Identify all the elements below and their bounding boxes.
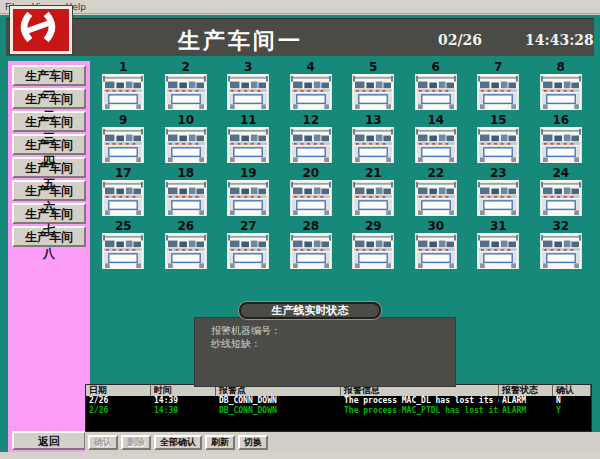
machine-cell-17[interactable]: 17 xyxy=(92,167,155,220)
machine-cell-7[interactable]: 7 xyxy=(467,61,530,114)
toolbar-button[interactable]: 切换 xyxy=(238,435,268,450)
machine-number: 29 xyxy=(365,220,382,233)
machine-icon xyxy=(165,74,207,110)
machine-icon xyxy=(352,74,394,110)
sidebar-item-workshop-3[interactable]: 生产车间三 xyxy=(12,111,86,132)
machine-cell-30[interactable]: 30 xyxy=(405,220,468,273)
machine-number: 10 xyxy=(177,114,194,127)
machine-cell-18[interactable]: 18 xyxy=(155,167,218,220)
machine-icon xyxy=(477,127,519,163)
machine-number: 14 xyxy=(427,114,444,127)
machine-cell-10[interactable]: 10 xyxy=(155,114,218,167)
machine-number: 16 xyxy=(552,114,569,127)
machine-cell-26[interactable]: 26 xyxy=(155,220,218,273)
machine-cell-22[interactable]: 22 xyxy=(405,167,468,220)
machine-icon xyxy=(540,74,582,110)
toolbar-button[interactable]: 全部确认 xyxy=(154,435,202,450)
alarm-row[interactable]: 2/2614:39DB_CONN_DOWNThe process MAC_PTD… xyxy=(86,406,591,416)
status-panel: 报警机器编号：纱线短缺： xyxy=(194,317,456,387)
machine-number: 4 xyxy=(307,61,315,74)
alarm-toolbar: 确认删除全部确认刷新切换 xyxy=(85,432,600,452)
machine-cell-14[interactable]: 14 xyxy=(405,114,468,167)
machine-grid: 1 2 xyxy=(92,61,592,273)
app-window: FileViewHelp 生产车间一 02/26 14:43:28 生产车间一生… xyxy=(0,0,600,459)
machine-icon xyxy=(102,74,144,110)
toolbar-button[interactable]: 刷新 xyxy=(205,435,235,450)
window-bottom-edge xyxy=(0,452,600,459)
machine-icon xyxy=(102,180,144,216)
machine-icon xyxy=(227,233,269,269)
machine-number: 18 xyxy=(177,167,194,180)
sidebar-item-workshop-5[interactable]: 生产车间五 xyxy=(12,157,86,178)
machine-cell-4[interactable]: 4 xyxy=(280,61,343,114)
sidebar-item-workshop-6[interactable]: 生产车间六 xyxy=(12,180,86,201)
machine-icon xyxy=(540,233,582,269)
machine-cell-20[interactable]: 20 xyxy=(280,167,343,220)
machine-icon xyxy=(102,233,144,269)
sidebar-item-workshop-4[interactable]: 生产车间四 xyxy=(12,134,86,155)
machine-cell-29[interactable]: 29 xyxy=(342,220,405,273)
machine-number: 21 xyxy=(365,167,382,180)
machine-cell-8[interactable]: 8 xyxy=(530,61,593,114)
header-bar: 生产车间一 02/26 14:43:28 xyxy=(6,18,594,56)
machine-number: 9 xyxy=(119,114,127,127)
machine-cell-24[interactable]: 24 xyxy=(530,167,593,220)
machine-number: 19 xyxy=(240,167,257,180)
sidebar-item-workshop-1[interactable]: 生产车间一 xyxy=(12,65,86,86)
machine-icon xyxy=(227,127,269,163)
machine-icon xyxy=(415,74,457,110)
machine-icon xyxy=(352,127,394,163)
machine-cell-5[interactable]: 5 xyxy=(342,61,405,114)
alarm-cell: ALARM xyxy=(499,396,553,406)
machine-number: 13 xyxy=(365,114,382,127)
machine-icon xyxy=(165,233,207,269)
machine-number: 17 xyxy=(115,167,132,180)
machine-cell-25[interactable]: 25 xyxy=(92,220,155,273)
status-panel-title: 生产线实时状态 xyxy=(239,302,381,319)
machine-cell-16[interactable]: 16 xyxy=(530,114,593,167)
machine-cell-12[interactable]: 12 xyxy=(280,114,343,167)
alarm-row[interactable]: 2/2614:39DB_CONN_DOWNThe process MAC_DL … xyxy=(86,396,591,406)
machine-number: 7 xyxy=(494,61,502,74)
sidebar-item-workshop-2[interactable]: 生产车间二 xyxy=(12,88,86,109)
machine-icon xyxy=(165,127,207,163)
sidebar-item-workshop-7[interactable]: 生产车间七 xyxy=(12,203,86,224)
machine-icon xyxy=(352,233,394,269)
machine-cell-31[interactable]: 31 xyxy=(467,220,530,273)
machine-number: 26 xyxy=(177,220,194,233)
machine-icon xyxy=(477,74,519,110)
menu-bar: FileViewHelp xyxy=(0,0,600,14)
machine-number: 20 xyxy=(302,167,319,180)
alarm-cell: 2/26 xyxy=(86,396,151,406)
machine-cell-32[interactable]: 32 xyxy=(530,220,593,273)
back-button[interactable]: 返回 xyxy=(12,431,86,450)
machine-cell-11[interactable]: 11 xyxy=(217,114,280,167)
toolbar-button: 确认 xyxy=(88,435,118,450)
machine-cell-19[interactable]: 19 xyxy=(217,167,280,220)
sidebar-item-workshop-8[interactable]: 生产车间八 xyxy=(12,226,86,247)
machine-cell-2[interactable]: 2 xyxy=(155,61,218,114)
machine-cell-13[interactable]: 13 xyxy=(342,114,405,167)
machine-cell-9[interactable]: 9 xyxy=(92,114,155,167)
machine-cell-3[interactable]: 3 xyxy=(217,61,280,114)
alarm-col-header: 报警状态 xyxy=(499,385,553,396)
machine-cell-27[interactable]: 27 xyxy=(217,220,280,273)
machine-icon xyxy=(415,180,457,216)
alarm-table: 日期时间报警点报警信息报警状态确认 2/2614:39DB_CONN_DOWNT… xyxy=(85,384,592,432)
machine-cell-15[interactable]: 15 xyxy=(467,114,530,167)
machine-cell-21[interactable]: 21 xyxy=(342,167,405,220)
machine-icon xyxy=(415,127,457,163)
machine-cell-23[interactable]: 23 xyxy=(467,167,530,220)
machine-cell-6[interactable]: 6 xyxy=(405,61,468,114)
machine-cell-1[interactable]: 1 xyxy=(92,61,155,114)
toolbar-button: 删除 xyxy=(121,435,151,450)
main-area: 生产车间一 02/26 14:43:28 生产车间一生产车间二生产车间三生产车间… xyxy=(0,15,600,452)
machine-number: 30 xyxy=(427,220,444,233)
machine-number: 27 xyxy=(240,220,257,233)
machine-icon xyxy=(290,74,332,110)
machine-number: 15 xyxy=(490,114,507,127)
alarm-cell: The process MAC_PTDL has lost its... xyxy=(341,406,499,416)
machine-cell-28[interactable]: 28 xyxy=(280,220,343,273)
machine-icon xyxy=(477,233,519,269)
alarm-col-header: 日期 xyxy=(86,385,151,396)
